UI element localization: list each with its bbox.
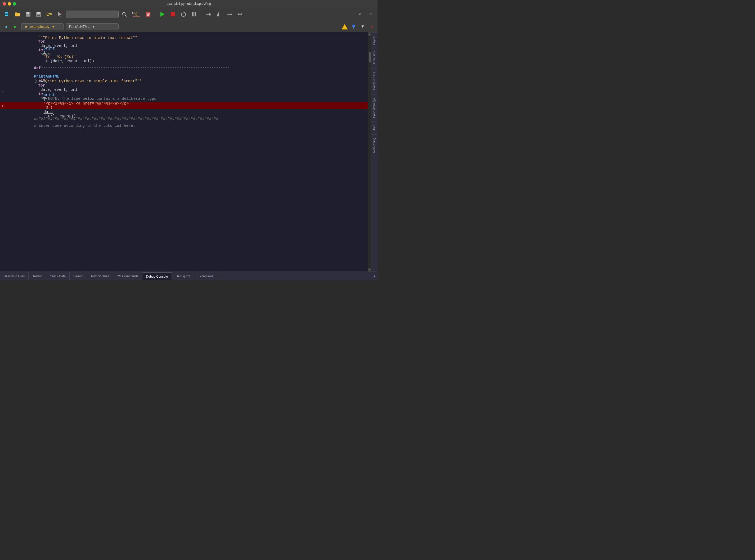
scroll-down-btn[interactable]: ▼: [368, 268, 371, 272]
svg-rect-32: [192, 12, 194, 16]
indent-btn[interactable]: [44, 9, 54, 19]
svg-rect-5: [15, 13, 17, 14]
tab-os-commands[interactable]: OS Commands: [113, 272, 142, 280]
svg-line-19: [61, 13, 62, 14]
forward-btn[interactable]: ▶: [12, 23, 19, 31]
more-btn[interactable]: »: [355, 9, 365, 19]
tab-python-shell[interactable]: Python Shell: [87, 272, 113, 280]
scrollbar-thumb[interactable]: [369, 52, 371, 62]
tab-stack-data[interactable]: Stack Data: [46, 272, 69, 280]
svg-marker-40: [231, 13, 232, 16]
svg-marker-37: [217, 12, 219, 16]
open-file-btn[interactable]: [13, 9, 22, 19]
step-out-btn[interactable]: [224, 9, 234, 19]
code-line: [0, 109, 368, 112]
svg-rect-33: [195, 12, 196, 16]
step-into-btn[interactable]: [203, 9, 213, 19]
var-token: (: [43, 51, 46, 55]
new-file-btn[interactable]: [2, 9, 12, 19]
panel-tabs: Search in Files Testing Stack Data Searc…: [0, 272, 378, 280]
collapse-indicator[interactable]: −: [0, 46, 5, 50]
return-btn[interactable]: [235, 9, 245, 19]
step-over-btn[interactable]: [214, 9, 223, 19]
toolbar: + AB: [0, 7, 378, 21]
svg-marker-41: [237, 13, 239, 15]
file-dropdown-arrow[interactable]: ▼: [52, 25, 55, 28]
save-as-btn[interactable]: +: [34, 9, 43, 19]
warning-btn[interactable]: !: [341, 23, 349, 31]
file-name: example1.py: [30, 25, 49, 28]
panel-collapse-btn[interactable]: ▲: [371, 272, 378, 280]
back-btn[interactable]: ◀: [2, 23, 9, 31]
string-token: '<p><i>%s</i> <a href="%s">%s</a></p>': [43, 101, 131, 106]
sidebar-tab-code-warnings[interactable]: Code Warnings: [372, 95, 378, 121]
sidebar-tab-search-in-files[interactable]: Search in Files: [372, 68, 378, 95]
replace-btn[interactable]: AB: [130, 9, 142, 19]
restart-btn[interactable]: [179, 9, 188, 19]
comment-token: # Enter code according to the tutorial h…: [34, 124, 135, 128]
stop-btn[interactable]: [168, 9, 178, 19]
code-editor: """Print Python news in plain text forma…: [0, 32, 371, 272]
pin-btn[interactable]: [350, 23, 357, 31]
func-dropdown-arrow[interactable]: ▼: [92, 25, 95, 28]
collapse-indicator[interactable]: −: [0, 72, 5, 77]
collapse-indicator[interactable]: −: [0, 90, 5, 94]
search-input[interactable]: [66, 11, 119, 18]
search-btn[interactable]: [120, 9, 129, 19]
save-btn[interactable]: [23, 9, 33, 19]
tab-search[interactable]: Search: [69, 272, 87, 280]
svg-point-20: [123, 13, 125, 15]
svg-text:+: +: [39, 15, 41, 17]
editor-content[interactable]: """Print Python news in plain text forma…: [0, 32, 368, 272]
sidebar-tab-project[interactable]: Project: [372, 32, 378, 48]
traffic-lights: [3, 2, 16, 5]
run-btn[interactable]: [158, 9, 167, 19]
svg-point-23: [136, 13, 137, 16]
svg-text:AB: AB: [132, 12, 136, 15]
nav-bar: ◀ ▶ ★ example1.py ▼ PrintAsHTML ▼ ! ▼ ✕: [0, 21, 378, 32]
debug-arrow: ◆: [0, 103, 5, 108]
editor-scrollbar[interactable]: ▲ ▼: [368, 32, 371, 272]
code-text: # Enter code according to the tutorial h…: [5, 119, 366, 132]
var-token: (: [43, 97, 46, 101]
svg-rect-7: [26, 12, 29, 14]
scroll-up-btn[interactable]: ▲: [368, 32, 371, 36]
close-button[interactable]: [3, 2, 6, 5]
svg-rect-2: [5, 14, 8, 14]
svg-line-21: [125, 15, 126, 16]
pause-btn[interactable]: [189, 9, 199, 19]
sidebar-tab-open-files[interactable]: Open Files: [372, 48, 378, 68]
svg-rect-30: [171, 12, 175, 16]
code-line-highlighted: ◆ print ( '<p><i>%s</i> <a href="%s">%s<…: [0, 102, 368, 109]
minimize-button[interactable]: [8, 2, 11, 5]
title-bar: example1.py: tutorial.wpr: Wing: [0, 0, 378, 7]
right-sidebar: Project Open Files Search in Files Code …: [371, 32, 378, 272]
code-line: # Enter code according to the tutorial h…: [0, 122, 368, 129]
function-token: print: [43, 93, 55, 97]
code-line: print ( "%s — %s (%s)" % (date, event, u…: [0, 51, 368, 58]
svg-rect-9: [27, 15, 29, 16]
tab-exceptions[interactable]: Exceptions: [194, 272, 217, 280]
function-token: print: [43, 46, 55, 51]
svg-rect-3: [5, 14, 8, 15]
tab-debug-io[interactable]: Debug I/O: [172, 272, 194, 280]
main-area: """Print Python news in plain text forma…: [0, 32, 378, 272]
star-icon: ★: [25, 25, 28, 28]
menu-btn[interactable]: ≡: [366, 9, 375, 19]
pointer-btn[interactable]: [55, 9, 65, 19]
file-dropdown[interactable]: ★ example1.py ▼: [21, 23, 63, 30]
svg-point-45: [353, 25, 354, 26]
tab-search-in-files[interactable]: Search in Files: [0, 272, 28, 280]
sidebar-tab-uses[interactable]: Uses: [372, 121, 378, 135]
tab-testing[interactable]: Testing: [28, 272, 46, 280]
maximize-button[interactable]: [13, 2, 16, 5]
func-dropdown[interactable]: PrintAsHTML ▼: [66, 23, 119, 30]
tab-debug-console[interactable]: Debug Console: [142, 272, 172, 280]
editor-scroll-container: """Print Python news in plain text forma…: [0, 32, 371, 272]
nav-dropdown-btn[interactable]: ▼: [359, 23, 366, 31]
keyword-token: for: [38, 83, 45, 87]
sidebar-tab-refactoring[interactable]: Refactoring: [372, 135, 378, 156]
doc-btn[interactable]: [143, 9, 153, 19]
nav-close-btn[interactable]: ✕: [368, 23, 375, 31]
function-name: PrintAsHTML: [69, 25, 90, 28]
